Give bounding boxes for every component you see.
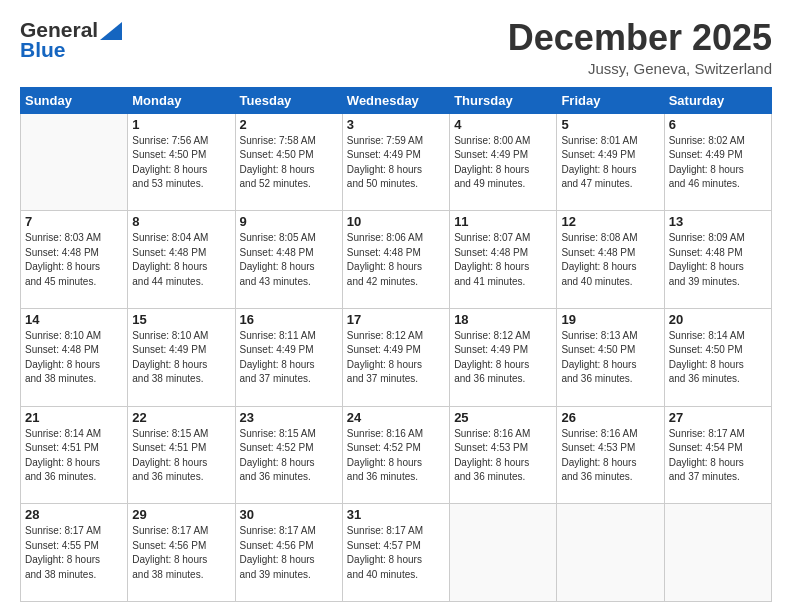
- calendar-cell: 24Sunrise: 8:16 AM Sunset: 4:52 PM Dayli…: [342, 406, 449, 504]
- calendar-cell: 1Sunrise: 7:56 AM Sunset: 4:50 PM Daylig…: [128, 113, 235, 211]
- cell-content: Sunrise: 8:10 AM Sunset: 4:48 PM Dayligh…: [25, 329, 123, 387]
- day-number: 3: [347, 117, 445, 132]
- calendar-week-row: 28Sunrise: 8:17 AM Sunset: 4:55 PM Dayli…: [21, 504, 772, 602]
- cell-content: Sunrise: 8:05 AM Sunset: 4:48 PM Dayligh…: [240, 231, 338, 289]
- day-number: 26: [561, 410, 659, 425]
- calendar-day-header: Friday: [557, 87, 664, 113]
- calendar-cell: 30Sunrise: 8:17 AM Sunset: 4:56 PM Dayli…: [235, 504, 342, 602]
- calendar-cell: 27Sunrise: 8:17 AM Sunset: 4:54 PM Dayli…: [664, 406, 771, 504]
- calendar-cell: 5Sunrise: 8:01 AM Sunset: 4:49 PM Daylig…: [557, 113, 664, 211]
- cell-content: Sunrise: 8:06 AM Sunset: 4:48 PM Dayligh…: [347, 231, 445, 289]
- page: General Blue December 2025 Jussy, Geneva…: [0, 0, 792, 612]
- day-number: 24: [347, 410, 445, 425]
- calendar-cell: [664, 504, 771, 602]
- calendar-cell: 4Sunrise: 8:00 AM Sunset: 4:49 PM Daylig…: [450, 113, 557, 211]
- calendar-cell: 29Sunrise: 8:17 AM Sunset: 4:56 PM Dayli…: [128, 504, 235, 602]
- cell-content: Sunrise: 8:04 AM Sunset: 4:48 PM Dayligh…: [132, 231, 230, 289]
- cell-content: Sunrise: 8:14 AM Sunset: 4:51 PM Dayligh…: [25, 427, 123, 485]
- calendar-cell: 23Sunrise: 8:15 AM Sunset: 4:52 PM Dayli…: [235, 406, 342, 504]
- day-number: 20: [669, 312, 767, 327]
- day-number: 29: [132, 507, 230, 522]
- day-number: 5: [561, 117, 659, 132]
- calendar-cell: 16Sunrise: 8:11 AM Sunset: 4:49 PM Dayli…: [235, 308, 342, 406]
- day-number: 9: [240, 214, 338, 229]
- cell-content: Sunrise: 8:16 AM Sunset: 4:53 PM Dayligh…: [561, 427, 659, 485]
- cell-content: Sunrise: 7:56 AM Sunset: 4:50 PM Dayligh…: [132, 134, 230, 192]
- cell-content: Sunrise: 8:17 AM Sunset: 4:55 PM Dayligh…: [25, 524, 123, 582]
- day-number: 1: [132, 117, 230, 132]
- day-number: 23: [240, 410, 338, 425]
- calendar-cell: 13Sunrise: 8:09 AM Sunset: 4:48 PM Dayli…: [664, 211, 771, 309]
- calendar-day-header: Sunday: [21, 87, 128, 113]
- day-number: 12: [561, 214, 659, 229]
- day-number: 27: [669, 410, 767, 425]
- cell-content: Sunrise: 8:02 AM Sunset: 4:49 PM Dayligh…: [669, 134, 767, 192]
- logo-blue: Blue: [20, 38, 66, 62]
- calendar-cell: 12Sunrise: 8:08 AM Sunset: 4:48 PM Dayli…: [557, 211, 664, 309]
- cell-content: Sunrise: 8:15 AM Sunset: 4:51 PM Dayligh…: [132, 427, 230, 485]
- calendar-week-row: 14Sunrise: 8:10 AM Sunset: 4:48 PM Dayli…: [21, 308, 772, 406]
- calendar-week-row: 1Sunrise: 7:56 AM Sunset: 4:50 PM Daylig…: [21, 113, 772, 211]
- cell-content: Sunrise: 8:17 AM Sunset: 4:56 PM Dayligh…: [240, 524, 338, 582]
- day-number: 17: [347, 312, 445, 327]
- day-number: 25: [454, 410, 552, 425]
- calendar-cell: 14Sunrise: 8:10 AM Sunset: 4:48 PM Dayli…: [21, 308, 128, 406]
- day-number: 11: [454, 214, 552, 229]
- calendar-cell: 18Sunrise: 8:12 AM Sunset: 4:49 PM Dayli…: [450, 308, 557, 406]
- cell-content: Sunrise: 8:03 AM Sunset: 4:48 PM Dayligh…: [25, 231, 123, 289]
- day-number: 2: [240, 117, 338, 132]
- cell-content: Sunrise: 8:12 AM Sunset: 4:49 PM Dayligh…: [347, 329, 445, 387]
- day-number: 7: [25, 214, 123, 229]
- day-number: 8: [132, 214, 230, 229]
- calendar-cell: 17Sunrise: 8:12 AM Sunset: 4:49 PM Dayli…: [342, 308, 449, 406]
- cell-content: Sunrise: 8:10 AM Sunset: 4:49 PM Dayligh…: [132, 329, 230, 387]
- calendar-cell: 20Sunrise: 8:14 AM Sunset: 4:50 PM Dayli…: [664, 308, 771, 406]
- calendar-cell: 11Sunrise: 8:07 AM Sunset: 4:48 PM Dayli…: [450, 211, 557, 309]
- calendar-day-header: Saturday: [664, 87, 771, 113]
- cell-content: Sunrise: 8:01 AM Sunset: 4:49 PM Dayligh…: [561, 134, 659, 192]
- day-number: 15: [132, 312, 230, 327]
- svg-marker-0: [100, 22, 122, 40]
- calendar-header-row: SundayMondayTuesdayWednesdayThursdayFrid…: [21, 87, 772, 113]
- calendar-cell: [450, 504, 557, 602]
- cell-content: Sunrise: 8:07 AM Sunset: 4:48 PM Dayligh…: [454, 231, 552, 289]
- calendar-cell: 3Sunrise: 7:59 AM Sunset: 4:49 PM Daylig…: [342, 113, 449, 211]
- main-title: December 2025: [508, 18, 772, 58]
- calendar-cell: 25Sunrise: 8:16 AM Sunset: 4:53 PM Dayli…: [450, 406, 557, 504]
- day-number: 16: [240, 312, 338, 327]
- cell-content: Sunrise: 8:11 AM Sunset: 4:49 PM Dayligh…: [240, 329, 338, 387]
- calendar-cell: 7Sunrise: 8:03 AM Sunset: 4:48 PM Daylig…: [21, 211, 128, 309]
- calendar-day-header: Wednesday: [342, 87, 449, 113]
- calendar-day-header: Tuesday: [235, 87, 342, 113]
- calendar-cell: 28Sunrise: 8:17 AM Sunset: 4:55 PM Dayli…: [21, 504, 128, 602]
- day-number: 4: [454, 117, 552, 132]
- cell-content: Sunrise: 8:15 AM Sunset: 4:52 PM Dayligh…: [240, 427, 338, 485]
- calendar-cell: [557, 504, 664, 602]
- cell-content: Sunrise: 8:16 AM Sunset: 4:53 PM Dayligh…: [454, 427, 552, 485]
- calendar-week-row: 21Sunrise: 8:14 AM Sunset: 4:51 PM Dayli…: [21, 406, 772, 504]
- cell-content: Sunrise: 8:17 AM Sunset: 4:56 PM Dayligh…: [132, 524, 230, 582]
- cell-content: Sunrise: 8:14 AM Sunset: 4:50 PM Dayligh…: [669, 329, 767, 387]
- calendar-day-header: Monday: [128, 87, 235, 113]
- day-number: 30: [240, 507, 338, 522]
- cell-content: Sunrise: 8:17 AM Sunset: 4:57 PM Dayligh…: [347, 524, 445, 582]
- cell-content: Sunrise: 8:08 AM Sunset: 4:48 PM Dayligh…: [561, 231, 659, 289]
- logo-arrow-icon: [100, 22, 122, 40]
- day-number: 28: [25, 507, 123, 522]
- day-number: 10: [347, 214, 445, 229]
- calendar-cell: 21Sunrise: 8:14 AM Sunset: 4:51 PM Dayli…: [21, 406, 128, 504]
- calendar-cell: 9Sunrise: 8:05 AM Sunset: 4:48 PM Daylig…: [235, 211, 342, 309]
- cell-content: Sunrise: 8:13 AM Sunset: 4:50 PM Dayligh…: [561, 329, 659, 387]
- cell-content: Sunrise: 7:59 AM Sunset: 4:49 PM Dayligh…: [347, 134, 445, 192]
- calendar-week-row: 7Sunrise: 8:03 AM Sunset: 4:48 PM Daylig…: [21, 211, 772, 309]
- calendar-day-header: Thursday: [450, 87, 557, 113]
- title-block: December 2025 Jussy, Geneva, Switzerland: [508, 18, 772, 77]
- cell-content: Sunrise: 8:09 AM Sunset: 4:48 PM Dayligh…: [669, 231, 767, 289]
- calendar-cell: 10Sunrise: 8:06 AM Sunset: 4:48 PM Dayli…: [342, 211, 449, 309]
- logo: General Blue: [20, 18, 122, 62]
- cell-content: Sunrise: 8:00 AM Sunset: 4:49 PM Dayligh…: [454, 134, 552, 192]
- calendar-cell: 8Sunrise: 8:04 AM Sunset: 4:48 PM Daylig…: [128, 211, 235, 309]
- day-number: 19: [561, 312, 659, 327]
- calendar-table: SundayMondayTuesdayWednesdayThursdayFrid…: [20, 87, 772, 602]
- day-number: 22: [132, 410, 230, 425]
